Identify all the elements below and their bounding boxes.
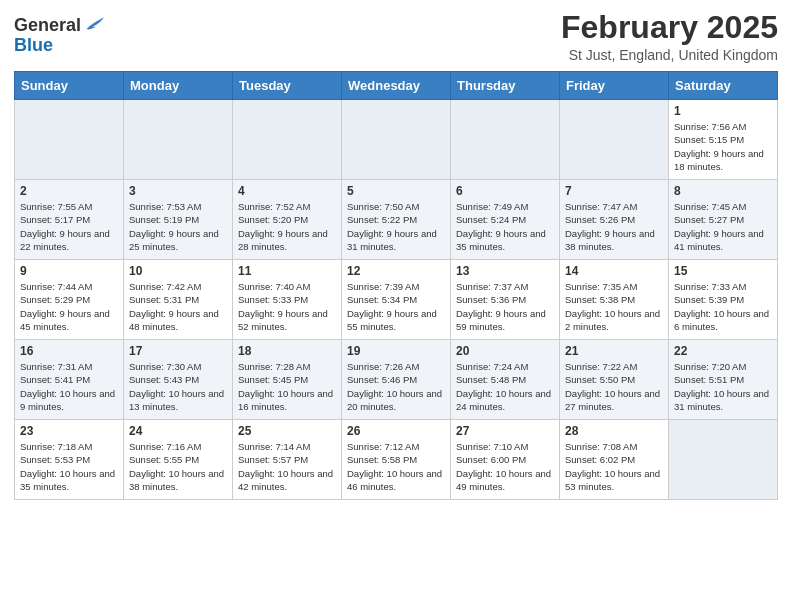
day-number: 21: [565, 344, 663, 358]
calendar-cell: [233, 100, 342, 180]
day-number: 4: [238, 184, 336, 198]
day-number: 22: [674, 344, 772, 358]
calendar-cell: 20Sunrise: 7:24 AM Sunset: 5:48 PM Dayli…: [451, 340, 560, 420]
day-info: Sunrise: 7:45 AM Sunset: 5:27 PM Dayligh…: [674, 200, 772, 253]
day-info: Sunrise: 7:40 AM Sunset: 5:33 PM Dayligh…: [238, 280, 336, 333]
calendar-cell: [669, 420, 778, 500]
day-info: Sunrise: 7:30 AM Sunset: 5:43 PM Dayligh…: [129, 360, 227, 413]
calendar-day-header: Tuesday: [233, 72, 342, 100]
day-number: 20: [456, 344, 554, 358]
logo-blue-text: Blue: [14, 36, 53, 56]
calendar-cell: 27Sunrise: 7:10 AM Sunset: 6:00 PM Dayli…: [451, 420, 560, 500]
calendar-cell: 10Sunrise: 7:42 AM Sunset: 5:31 PM Dayli…: [124, 260, 233, 340]
location: St Just, England, United Kingdom: [561, 47, 778, 63]
day-number: 12: [347, 264, 445, 278]
calendar-cell: 11Sunrise: 7:40 AM Sunset: 5:33 PM Dayli…: [233, 260, 342, 340]
day-number: 16: [20, 344, 118, 358]
day-number: 8: [674, 184, 772, 198]
day-number: 25: [238, 424, 336, 438]
calendar-cell: 8Sunrise: 7:45 AM Sunset: 5:27 PM Daylig…: [669, 180, 778, 260]
calendar-cell: 3Sunrise: 7:53 AM Sunset: 5:19 PM Daylig…: [124, 180, 233, 260]
day-info: Sunrise: 7:52 AM Sunset: 5:20 PM Dayligh…: [238, 200, 336, 253]
calendar-cell: 12Sunrise: 7:39 AM Sunset: 5:34 PM Dayli…: [342, 260, 451, 340]
day-info: Sunrise: 7:49 AM Sunset: 5:24 PM Dayligh…: [456, 200, 554, 253]
calendar-week-row: 2Sunrise: 7:55 AM Sunset: 5:17 PM Daylig…: [15, 180, 778, 260]
header: General Blue February 2025 St Just, Engl…: [14, 10, 778, 63]
day-info: Sunrise: 7:26 AM Sunset: 5:46 PM Dayligh…: [347, 360, 445, 413]
calendar-cell: 1Sunrise: 7:56 AM Sunset: 5:15 PM Daylig…: [669, 100, 778, 180]
day-info: Sunrise: 7:39 AM Sunset: 5:34 PM Dayligh…: [347, 280, 445, 333]
calendar-cell: [560, 100, 669, 180]
calendar-cell: 7Sunrise: 7:47 AM Sunset: 5:26 PM Daylig…: [560, 180, 669, 260]
day-number: 7: [565, 184, 663, 198]
calendar-cell: 19Sunrise: 7:26 AM Sunset: 5:46 PM Dayli…: [342, 340, 451, 420]
calendar-cell: 25Sunrise: 7:14 AM Sunset: 5:57 PM Dayli…: [233, 420, 342, 500]
calendar-cell: [451, 100, 560, 180]
calendar-cell: [124, 100, 233, 180]
title-area: February 2025 St Just, England, United K…: [561, 10, 778, 63]
calendar-cell: 13Sunrise: 7:37 AM Sunset: 5:36 PM Dayli…: [451, 260, 560, 340]
calendar-week-row: 16Sunrise: 7:31 AM Sunset: 5:41 PM Dayli…: [15, 340, 778, 420]
calendar-cell: 4Sunrise: 7:52 AM Sunset: 5:20 PM Daylig…: [233, 180, 342, 260]
logo-general-text: General: [14, 16, 81, 36]
calendar-cell: 6Sunrise: 7:49 AM Sunset: 5:24 PM Daylig…: [451, 180, 560, 260]
day-number: 24: [129, 424, 227, 438]
calendar-cell: [15, 100, 124, 180]
calendar-cell: 22Sunrise: 7:20 AM Sunset: 5:51 PM Dayli…: [669, 340, 778, 420]
day-info: Sunrise: 7:10 AM Sunset: 6:00 PM Dayligh…: [456, 440, 554, 493]
calendar-cell: 28Sunrise: 7:08 AM Sunset: 6:02 PM Dayli…: [560, 420, 669, 500]
day-number: 11: [238, 264, 336, 278]
day-info: Sunrise: 7:16 AM Sunset: 5:55 PM Dayligh…: [129, 440, 227, 493]
logo: General Blue: [14, 10, 105, 56]
calendar-cell: 15Sunrise: 7:33 AM Sunset: 5:39 PM Dayli…: [669, 260, 778, 340]
calendar-cell: 21Sunrise: 7:22 AM Sunset: 5:50 PM Dayli…: [560, 340, 669, 420]
day-number: 1: [674, 104, 772, 118]
day-number: 13: [456, 264, 554, 278]
day-info: Sunrise: 7:33 AM Sunset: 5:39 PM Dayligh…: [674, 280, 772, 333]
page: General Blue February 2025 St Just, Engl…: [0, 0, 792, 514]
calendar-cell: 26Sunrise: 7:12 AM Sunset: 5:58 PM Dayli…: [342, 420, 451, 500]
day-number: 28: [565, 424, 663, 438]
day-info: Sunrise: 7:12 AM Sunset: 5:58 PM Dayligh…: [347, 440, 445, 493]
calendar-cell: 14Sunrise: 7:35 AM Sunset: 5:38 PM Dayli…: [560, 260, 669, 340]
calendar-day-header: Wednesday: [342, 72, 451, 100]
day-number: 26: [347, 424, 445, 438]
calendar-day-header: Friday: [560, 72, 669, 100]
logo-bird-icon: [83, 15, 105, 35]
calendar-cell: 24Sunrise: 7:16 AM Sunset: 5:55 PM Dayli…: [124, 420, 233, 500]
calendar-cell: 5Sunrise: 7:50 AM Sunset: 5:22 PM Daylig…: [342, 180, 451, 260]
day-number: 23: [20, 424, 118, 438]
day-number: 17: [129, 344, 227, 358]
day-number: 5: [347, 184, 445, 198]
calendar-day-header: Monday: [124, 72, 233, 100]
day-info: Sunrise: 7:24 AM Sunset: 5:48 PM Dayligh…: [456, 360, 554, 413]
day-info: Sunrise: 7:20 AM Sunset: 5:51 PM Dayligh…: [674, 360, 772, 413]
day-info: Sunrise: 7:22 AM Sunset: 5:50 PM Dayligh…: [565, 360, 663, 413]
calendar-cell: 16Sunrise: 7:31 AM Sunset: 5:41 PM Dayli…: [15, 340, 124, 420]
day-number: 6: [456, 184, 554, 198]
calendar-cell: [342, 100, 451, 180]
day-info: Sunrise: 7:44 AM Sunset: 5:29 PM Dayligh…: [20, 280, 118, 333]
day-number: 27: [456, 424, 554, 438]
day-number: 15: [674, 264, 772, 278]
calendar-cell: 23Sunrise: 7:18 AM Sunset: 5:53 PM Dayli…: [15, 420, 124, 500]
day-info: Sunrise: 7:56 AM Sunset: 5:15 PM Dayligh…: [674, 120, 772, 173]
calendar-day-header: Saturday: [669, 72, 778, 100]
day-number: 14: [565, 264, 663, 278]
day-info: Sunrise: 7:35 AM Sunset: 5:38 PM Dayligh…: [565, 280, 663, 333]
calendar-cell: 9Sunrise: 7:44 AM Sunset: 5:29 PM Daylig…: [15, 260, 124, 340]
calendar-day-header: Sunday: [15, 72, 124, 100]
calendar-cell: 17Sunrise: 7:30 AM Sunset: 5:43 PM Dayli…: [124, 340, 233, 420]
day-info: Sunrise: 7:31 AM Sunset: 5:41 PM Dayligh…: [20, 360, 118, 413]
day-info: Sunrise: 7:18 AM Sunset: 5:53 PM Dayligh…: [20, 440, 118, 493]
day-info: Sunrise: 7:42 AM Sunset: 5:31 PM Dayligh…: [129, 280, 227, 333]
calendar-day-header: Thursday: [451, 72, 560, 100]
day-number: 19: [347, 344, 445, 358]
calendar-header-row: SundayMondayTuesdayWednesdayThursdayFrid…: [15, 72, 778, 100]
calendar-week-row: 9Sunrise: 7:44 AM Sunset: 5:29 PM Daylig…: [15, 260, 778, 340]
day-info: Sunrise: 7:14 AM Sunset: 5:57 PM Dayligh…: [238, 440, 336, 493]
day-info: Sunrise: 7:28 AM Sunset: 5:45 PM Dayligh…: [238, 360, 336, 413]
day-number: 10: [129, 264, 227, 278]
calendar-cell: 18Sunrise: 7:28 AM Sunset: 5:45 PM Dayli…: [233, 340, 342, 420]
calendar: SundayMondayTuesdayWednesdayThursdayFrid…: [14, 71, 778, 500]
